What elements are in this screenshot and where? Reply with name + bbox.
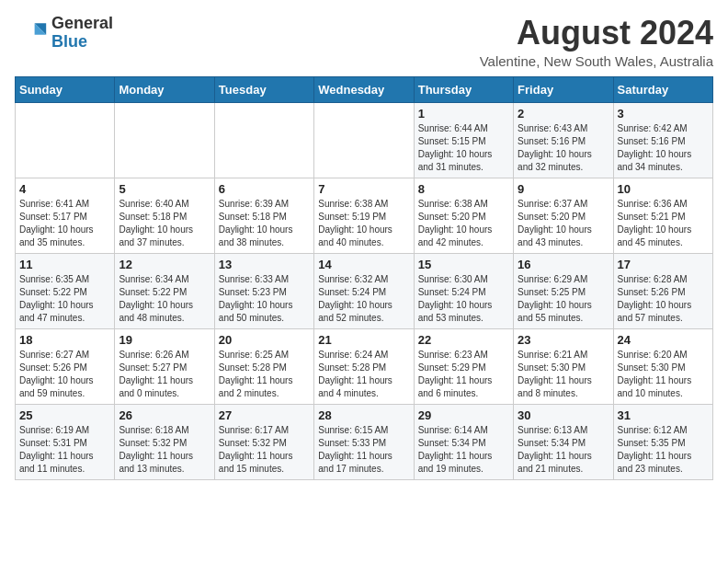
day-info: Sunrise: 6:13 AM Sunset: 5:34 PM Dayligh…	[518, 424, 609, 476]
location: Valentine, New South Wales, Australia	[480, 53, 713, 69]
logo-text: General Blue	[51, 15, 113, 52]
calendar-cell: 7Sunrise: 6:38 AM Sunset: 5:19 PM Daylig…	[314, 178, 414, 253]
calendar-cell	[314, 102, 414, 178]
day-number: 25	[19, 408, 110, 422]
calendar-cell: 20Sunrise: 6:25 AM Sunset: 5:28 PM Dayli…	[214, 328, 313, 404]
calendar-cell: 18Sunrise: 6:27 AM Sunset: 5:26 PM Dayli…	[16, 328, 115, 404]
calendar-cell: 10Sunrise: 6:36 AM Sunset: 5:21 PM Dayli…	[613, 178, 712, 253]
calendar-cell: 16Sunrise: 6:29 AM Sunset: 5:25 PM Dayli…	[514, 253, 613, 328]
weekday-header-monday: Monday	[115, 76, 214, 102]
weekday-row: SundayMondayTuesdayWednesdayThursdayFrid…	[16, 76, 713, 102]
calendar-cell: 25Sunrise: 6:19 AM Sunset: 5:31 PM Dayli…	[16, 404, 115, 479]
day-number: 24	[618, 333, 709, 347]
calendar-cell: 15Sunrise: 6:30 AM Sunset: 5:24 PM Dayli…	[414, 253, 513, 328]
calendar-week-2: 4Sunrise: 6:41 AM Sunset: 5:17 PM Daylig…	[16, 178, 713, 253]
logo-icon	[15, 17, 48, 50]
calendar-cell: 22Sunrise: 6:23 AM Sunset: 5:29 PM Dayli…	[414, 328, 513, 404]
calendar-header: SundayMondayTuesdayWednesdayThursdayFrid…	[16, 76, 713, 102]
calendar-cell: 12Sunrise: 6:34 AM Sunset: 5:22 PM Dayli…	[115, 253, 214, 328]
logo: General Blue	[15, 15, 113, 52]
day-number: 3	[618, 107, 709, 121]
day-info: Sunrise: 6:44 AM Sunset: 5:15 PM Dayligh…	[418, 122, 509, 174]
calendar-cell	[214, 102, 313, 178]
calendar-cell: 26Sunrise: 6:18 AM Sunset: 5:32 PM Dayli…	[115, 404, 214, 479]
day-number: 18	[19, 333, 110, 347]
calendar-cell: 11Sunrise: 6:35 AM Sunset: 5:22 PM Dayli…	[16, 253, 115, 328]
calendar-body: 1Sunrise: 6:44 AM Sunset: 5:15 PM Daylig…	[16, 102, 713, 479]
calendar-cell: 30Sunrise: 6:13 AM Sunset: 5:34 PM Dayli…	[514, 404, 613, 479]
day-number: 2	[518, 107, 609, 121]
day-number: 14	[318, 258, 409, 271]
day-info: Sunrise: 6:37 AM Sunset: 5:20 PM Dayligh…	[518, 198, 609, 249]
day-number: 5	[119, 182, 210, 196]
day-number: 11	[19, 258, 110, 271]
day-number: 15	[418, 258, 509, 271]
day-info: Sunrise: 6:42 AM Sunset: 5:16 PM Dayligh…	[618, 122, 709, 174]
day-number: 31	[618, 408, 709, 422]
weekday-header-friday: Friday	[514, 76, 613, 102]
day-number: 10	[618, 182, 709, 196]
day-info: Sunrise: 6:43 AM Sunset: 5:16 PM Dayligh…	[518, 122, 609, 174]
weekday-header-tuesday: Tuesday	[214, 76, 313, 102]
month-year: August 2024	[480, 15, 713, 52]
page-header: General Blue August 2024 Valentine, New …	[15, 15, 713, 69]
day-number: 1	[418, 107, 509, 121]
day-info: Sunrise: 6:35 AM Sunset: 5:22 PM Dayligh…	[19, 273, 110, 325]
day-info: Sunrise: 6:24 AM Sunset: 5:28 PM Dayligh…	[318, 349, 409, 400]
day-number: 28	[318, 408, 409, 422]
day-info: Sunrise: 6:23 AM Sunset: 5:29 PM Dayligh…	[418, 349, 509, 400]
calendar-cell: 21Sunrise: 6:24 AM Sunset: 5:28 PM Dayli…	[314, 328, 414, 404]
calendar-cell: 28Sunrise: 6:15 AM Sunset: 5:33 PM Dayli…	[314, 404, 414, 479]
calendar-table: SundayMondayTuesdayWednesdayThursdayFrid…	[15, 76, 713, 480]
day-info: Sunrise: 6:20 AM Sunset: 5:30 PM Dayligh…	[618, 349, 709, 400]
day-info: Sunrise: 6:32 AM Sunset: 5:24 PM Dayligh…	[318, 273, 409, 325]
calendar-cell: 9Sunrise: 6:37 AM Sunset: 5:20 PM Daylig…	[514, 178, 613, 253]
weekday-header-wednesday: Wednesday	[314, 76, 414, 102]
calendar-cell: 14Sunrise: 6:32 AM Sunset: 5:24 PM Dayli…	[314, 253, 414, 328]
calendar-cell: 2Sunrise: 6:43 AM Sunset: 5:16 PM Daylig…	[514, 102, 613, 178]
calendar-week-1: 1Sunrise: 6:44 AM Sunset: 5:15 PM Daylig…	[16, 102, 713, 178]
day-number: 12	[119, 258, 210, 271]
day-number: 21	[318, 333, 409, 347]
weekday-header-sunday: Sunday	[16, 76, 115, 102]
day-info: Sunrise: 6:19 AM Sunset: 5:31 PM Dayligh…	[19, 424, 110, 476]
calendar-cell: 23Sunrise: 6:21 AM Sunset: 5:30 PM Dayli…	[514, 328, 613, 404]
calendar-cell: 24Sunrise: 6:20 AM Sunset: 5:30 PM Dayli…	[613, 328, 712, 404]
calendar-cell: 13Sunrise: 6:33 AM Sunset: 5:23 PM Dayli…	[214, 253, 313, 328]
day-info: Sunrise: 6:40 AM Sunset: 5:18 PM Dayligh…	[119, 198, 210, 249]
day-info: Sunrise: 6:17 AM Sunset: 5:32 PM Dayligh…	[219, 424, 310, 476]
calendar-cell: 3Sunrise: 6:42 AM Sunset: 5:16 PM Daylig…	[613, 102, 712, 178]
calendar-cell: 8Sunrise: 6:38 AM Sunset: 5:20 PM Daylig…	[414, 178, 513, 253]
day-number: 27	[219, 408, 310, 422]
day-info: Sunrise: 6:28 AM Sunset: 5:26 PM Dayligh…	[618, 273, 709, 325]
day-number: 26	[119, 408, 210, 422]
day-info: Sunrise: 6:26 AM Sunset: 5:27 PM Dayligh…	[119, 349, 210, 400]
day-info: Sunrise: 6:29 AM Sunset: 5:25 PM Dayligh…	[518, 273, 609, 325]
day-info: Sunrise: 6:33 AM Sunset: 5:23 PM Dayligh…	[219, 273, 310, 325]
day-number: 4	[19, 182, 110, 196]
day-number: 8	[418, 182, 509, 196]
day-info: Sunrise: 6:30 AM Sunset: 5:24 PM Dayligh…	[418, 273, 509, 325]
day-number: 20	[219, 333, 310, 347]
day-info: Sunrise: 6:12 AM Sunset: 5:35 PM Dayligh…	[618, 424, 709, 476]
calendar-cell: 5Sunrise: 6:40 AM Sunset: 5:18 PM Daylig…	[115, 178, 214, 253]
day-info: Sunrise: 6:18 AM Sunset: 5:32 PM Dayligh…	[119, 424, 210, 476]
title-section: August 2024 Valentine, New South Wales, …	[480, 15, 713, 69]
calendar-cell: 29Sunrise: 6:14 AM Sunset: 5:34 PM Dayli…	[414, 404, 513, 479]
logo-blue: Blue	[51, 33, 113, 52]
calendar-cell: 31Sunrise: 6:12 AM Sunset: 5:35 PM Dayli…	[613, 404, 712, 479]
day-info: Sunrise: 6:27 AM Sunset: 5:26 PM Dayligh…	[19, 349, 110, 400]
weekday-header-thursday: Thursday	[414, 76, 513, 102]
calendar-week-4: 18Sunrise: 6:27 AM Sunset: 5:26 PM Dayli…	[16, 328, 713, 404]
day-info: Sunrise: 6:39 AM Sunset: 5:18 PM Dayligh…	[219, 198, 310, 249]
calendar-cell: 1Sunrise: 6:44 AM Sunset: 5:15 PM Daylig…	[414, 102, 513, 178]
day-number: 17	[618, 258, 709, 271]
day-info: Sunrise: 6:25 AM Sunset: 5:28 PM Dayligh…	[219, 349, 310, 400]
logo-general: General	[51, 15, 113, 33]
day-number: 13	[219, 258, 310, 271]
calendar-cell: 6Sunrise: 6:39 AM Sunset: 5:18 PM Daylig…	[214, 178, 313, 253]
day-number: 7	[318, 182, 409, 196]
calendar-week-3: 11Sunrise: 6:35 AM Sunset: 5:22 PM Dayli…	[16, 253, 713, 328]
calendar-cell: 27Sunrise: 6:17 AM Sunset: 5:32 PM Dayli…	[214, 404, 313, 479]
day-number: 6	[219, 182, 310, 196]
